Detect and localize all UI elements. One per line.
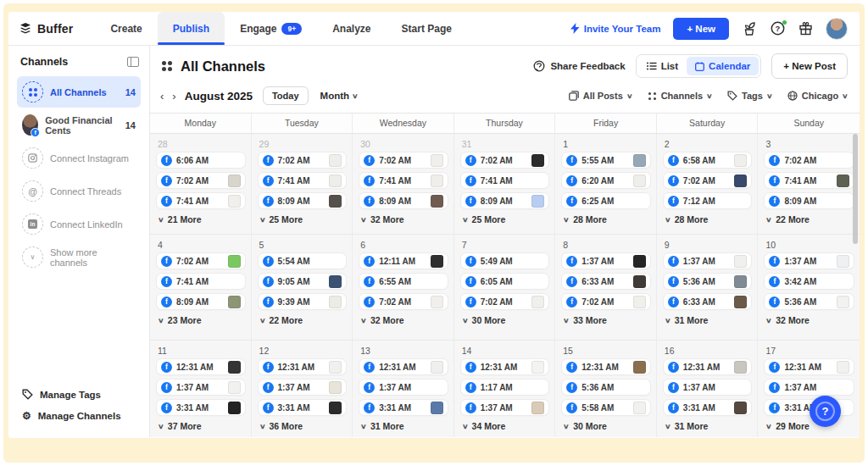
sidebar-item-connect-linkedin[interactable]: inConnect LinkedIn	[17, 208, 141, 240]
sidebar-item-show-more-channels[interactable]: ∨Show more channels	[17, 241, 141, 273]
scheduled-post[interactable]: f7:41 AM	[156, 273, 246, 290]
scheduled-post[interactable]: f9:39 AM	[258, 293, 348, 310]
scheduled-post[interactable]: f5:54 AM	[258, 252, 348, 269]
scheduled-post[interactable]: f6:33 AM	[561, 273, 651, 290]
scheduled-post[interactable]: f12:31 AM	[663, 358, 753, 375]
scheduled-post[interactable]: f6:33 AM	[663, 293, 753, 310]
next-month-button[interactable]: ›	[172, 90, 175, 103]
vertical-scrollbar[interactable]	[853, 134, 858, 244]
scheduled-post[interactable]: f12:31 AM	[258, 358, 348, 375]
scheduled-post[interactable]: f3:31 AM	[663, 399, 753, 416]
scheduled-post[interactable]: f12:31 AM	[764, 358, 854, 375]
filter-channels[interactable]: Channels∨	[648, 91, 712, 101]
show-more-posts-link[interactable]: ∨36 More	[258, 419, 348, 431]
show-more-posts-link[interactable]: ∨25 More	[258, 213, 348, 224]
show-more-posts-link[interactable]: ∨21 More	[156, 213, 246, 224]
prev-month-button[interactable]: ‹	[160, 90, 164, 103]
share-feedback-button[interactable]: Share Feedback	[533, 60, 625, 72]
scheduled-post[interactable]: f1:37 AM	[156, 379, 246, 396]
collapse-sidebar-icon[interactable]	[127, 57, 139, 67]
scheduled-post[interactable]: f1:37 AM	[764, 379, 854, 396]
scheduled-post[interactable]: f7:41 AM	[359, 172, 448, 189]
help-icon[interactable]: ?	[770, 21, 785, 36]
scheduled-post[interactable]: f1:37 AM	[663, 379, 753, 396]
referral-plant-icon[interactable]	[742, 21, 757, 36]
show-more-posts-link[interactable]: ∨37 More	[156, 419, 246, 431]
scheduled-post[interactable]: f5:55 AM	[561, 152, 651, 169]
scheduled-post[interactable]: f3:31 AM	[156, 399, 246, 416]
scheduled-post[interactable]: f3:31 AM	[258, 399, 348, 416]
show-more-posts-link[interactable]: ∨30 More	[460, 313, 550, 325]
scheduled-post[interactable]: f8:09 AM	[359, 192, 448, 209]
show-more-posts-link[interactable]: ∨28 More	[663, 213, 753, 224]
show-more-posts-link[interactable]: ∨25 More	[460, 213, 550, 224]
tab-publish[interactable]: Publish	[158, 12, 225, 45]
gift-icon[interactable]	[798, 21, 813, 36]
scheduled-post[interactable]: f1:37 AM	[663, 252, 753, 269]
scheduled-post[interactable]: f3:42 AM	[764, 273, 854, 290]
calendar-view-button[interactable]: Calendar	[687, 57, 759, 75]
scheduled-post[interactable]: f6:05 AM	[460, 273, 550, 290]
scheduled-post[interactable]: f7:02 AM	[561, 293, 651, 310]
sidebar-item-connect-threads[interactable]: @Connect Threads	[17, 175, 141, 207]
scheduled-post[interactable]: f7:41 AM	[258, 172, 348, 189]
show-more-posts-link[interactable]: ∨33 More	[561, 313, 651, 325]
scheduled-post[interactable]: f7:12 AM	[663, 192, 753, 209]
show-more-posts-link[interactable]: ∨34 More	[460, 419, 550, 431]
scheduled-post[interactable]: f5:36 AM	[561, 379, 651, 396]
scheduled-post[interactable]: f5:36 AM	[663, 273, 753, 290]
show-more-posts-link[interactable]: ∨22 More	[258, 313, 348, 325]
scheduled-post[interactable]: f6:58 AM	[663, 152, 753, 169]
scheduled-post[interactable]: f7:02 AM	[460, 293, 550, 310]
scheduled-post[interactable]: f7:02 AM	[156, 252, 246, 269]
show-more-posts-link[interactable]: ∨31 More	[663, 313, 753, 325]
show-more-posts-link[interactable]: ∨29 More	[764, 419, 854, 431]
user-avatar[interactable]	[826, 18, 848, 40]
view-mode-dropdown[interactable]: Month ∨	[320, 91, 358, 101]
sidebar-item-connect-instagram[interactable]: Connect Instagram	[17, 142, 141, 174]
scheduled-post[interactable]: f9:05 AM	[258, 273, 348, 290]
new-button[interactable]: + New	[673, 18, 729, 40]
scheduled-post[interactable]: f8:09 AM	[258, 192, 348, 209]
scheduled-post[interactable]: f8:09 AM	[764, 192, 854, 209]
scheduled-post[interactable]: f12:31 AM	[561, 358, 651, 375]
sidebar-item-good-financial-cents[interactable]: fGood Financial Cents14	[17, 109, 141, 141]
scheduled-post[interactable]: f7:41 AM	[460, 172, 550, 189]
scheduled-post[interactable]: f12:31 AM	[359, 358, 448, 375]
show-more-posts-link[interactable]: ∨32 More	[764, 313, 854, 325]
scheduled-post[interactable]: f7:02 AM	[460, 152, 550, 169]
tab-create[interactable]: Create	[95, 12, 157, 45]
scheduled-post[interactable]: f12:31 AM	[460, 358, 550, 375]
scheduled-post[interactable]: f1:37 AM	[764, 252, 854, 269]
show-more-posts-link[interactable]: ∨31 More	[663, 419, 753, 431]
show-more-posts-link[interactable]: ∨22 More	[764, 213, 854, 224]
scheduled-post[interactable]: f7:02 AM	[359, 293, 448, 310]
scheduled-post[interactable]: f8:09 AM	[156, 293, 246, 310]
scheduled-post[interactable]: f6:55 AM	[359, 273, 448, 290]
tab-start-page[interactable]: Start Page	[387, 12, 467, 45]
filter-chicago[interactable]: Chicago∨	[787, 91, 848, 101]
filter-tags[interactable]: Tags∨	[727, 91, 772, 101]
new-post-button[interactable]: + New Post	[771, 53, 848, 79]
footer-item-manage-tags[interactable]: Manage Tags	[20, 384, 137, 405]
scheduled-post[interactable]: f7:02 AM	[764, 152, 854, 169]
scheduled-post[interactable]: f5:58 AM	[561, 399, 651, 416]
show-more-posts-link[interactable]: ∨31 More	[359, 419, 448, 431]
tab-analyze[interactable]: Analyze	[317, 12, 386, 45]
scheduled-post[interactable]: f1:37 AM	[258, 379, 348, 396]
scheduled-post[interactable]: f7:02 AM	[663, 172, 753, 189]
scheduled-post[interactable]: f6:06 AM	[156, 152, 246, 169]
scheduled-post[interactable]: f7:41 AM	[764, 172, 854, 189]
scheduled-post[interactable]: f1:37 AM	[561, 252, 651, 269]
scheduled-post[interactable]: f6:25 AM	[561, 192, 651, 209]
scheduled-post[interactable]: f7:02 AM	[359, 152, 448, 169]
invite-your-team-button[interactable]: Invite Your Team	[570, 23, 661, 34]
scheduled-post[interactable]: f7:41 AM	[156, 192, 246, 209]
filter-all-posts[interactable]: All Posts∨	[569, 91, 632, 101]
help-fab[interactable]: ?	[810, 396, 841, 427]
show-more-posts-link[interactable]: ∨28 More	[561, 213, 651, 224]
tab-engage[interactable]: Engage9+	[225, 12, 317, 45]
footer-item-manage-channels[interactable]: ⚙Manage Channels	[20, 405, 137, 427]
scheduled-post[interactable]: f6:20 AM	[561, 172, 651, 189]
scheduled-post[interactable]: f8:09 AM	[460, 192, 550, 209]
